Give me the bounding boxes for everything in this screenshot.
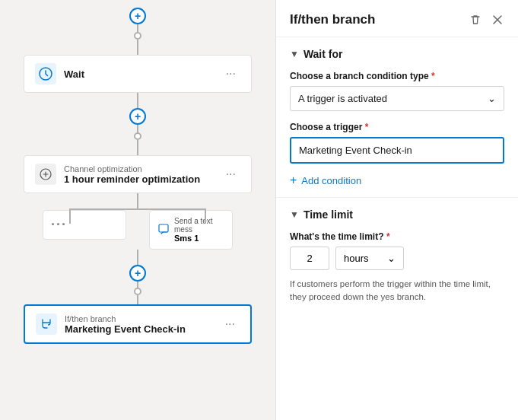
- wait-for-section: ▼ Wait for Choose a branch condition typ…: [276, 37, 518, 198]
- channel-title: Channel optimization: [64, 164, 200, 173]
- connector: [137, 125, 138, 132]
- chevron-down-icon: ▼: [290, 49, 299, 59]
- add-condition-label: Add condition: [301, 175, 361, 186]
- panel-title: If/then branch: [290, 12, 375, 27]
- add-icon: +: [290, 174, 297, 186]
- chevron-down-icon-2: ▼: [290, 209, 299, 220]
- flow-canvas: + Wait ··· +: [0, 0, 275, 420]
- dots-card[interactable]: ···: [43, 210, 126, 240]
- sms-title: Send a text mess: [174, 217, 224, 234]
- time-limit-question-label: What's the time limit? *: [290, 231, 504, 242]
- dot-connector: [134, 132, 141, 140]
- time-limit-help-text: If customers perform the trigger within …: [290, 278, 504, 304]
- branch-card[interactable]: If/then branch Marketing Event Check-in …: [24, 304, 252, 344]
- unit-dropdown-chevron: ⌄: [387, 253, 396, 264]
- add-step-button-top[interactable]: +: [129, 8, 146, 24]
- add-step-button-2[interactable]: +: [129, 108, 146, 125]
- condition-type-dropdown[interactable]: A trigger is activated ⌄: [290, 86, 504, 111]
- channel-icon: [35, 164, 56, 185]
- channel-more-button[interactable]: ···: [221, 166, 240, 183]
- dot-connector: [134, 288, 141, 295]
- wait-icon: [35, 63, 56, 84]
- condition-type-value: A trigger is activated: [298, 93, 387, 104]
- delete-button[interactable]: [468, 12, 483, 27]
- dropdown-chevron-icon: ⌄: [488, 93, 496, 104]
- sms-icon: [157, 223, 170, 237]
- time-unit-dropdown[interactable]: hours ⌄: [335, 247, 404, 270]
- wait-more-button[interactable]: ···: [221, 65, 240, 82]
- time-input-row: hours ⌄: [290, 247, 504, 270]
- time-limit-title: Time limit: [303, 208, 353, 221]
- sms-subtitle: Sms 1: [174, 234, 224, 243]
- channel-card[interactable]: Channel optimization 1 hour reminder opt…: [24, 155, 252, 193]
- right-panel: If/then branch ▼ Wait for Choose a branc…: [275, 0, 518, 420]
- connector: [137, 40, 138, 55]
- sms-card[interactable]: Send a text mess Sms 1: [149, 210, 233, 250]
- branch-icon: [36, 313, 57, 335]
- connector: [137, 140, 138, 155]
- wait-for-title: Wait for: [303, 48, 343, 60]
- wait-card[interactable]: Wait ···: [24, 55, 252, 93]
- branch-more-button[interactable]: ···: [221, 316, 240, 332]
- panel-header: If/then branch: [276, 0, 518, 37]
- time-limit-section: ▼ Time limit What's the time limit? * ho…: [276, 198, 518, 315]
- dot-connector: [134, 32, 141, 40]
- channel-subtitle: 1 hour reminder optimization: [64, 173, 200, 185]
- condition-type-label: Choose a branch condition type *: [290, 71, 504, 81]
- connector: [137, 93, 138, 108]
- wait-for-header[interactable]: ▼ Wait for: [290, 48, 504, 60]
- svg-rect-2: [159, 224, 168, 232]
- add-condition-button[interactable]: + Add condition: [290, 174, 361, 186]
- wait-label: Wait: [64, 68, 84, 80]
- branch-title: If/then branch: [65, 314, 186, 323]
- trigger-input[interactable]: [290, 137, 504, 164]
- time-number-input[interactable]: [290, 247, 329, 270]
- connector: [137, 24, 138, 32]
- time-limit-header[interactable]: ▼ Time limit: [290, 208, 504, 221]
- trigger-label: Choose a trigger *: [290, 122, 504, 132]
- add-step-button-3[interactable]: +: [129, 265, 146, 282]
- close-button[interactable]: [491, 13, 504, 27]
- panel-header-actions: [468, 12, 504, 27]
- branch-subtitle: Marketing Event Check-in: [65, 323, 186, 335]
- time-unit-value: hours: [344, 253, 369, 264]
